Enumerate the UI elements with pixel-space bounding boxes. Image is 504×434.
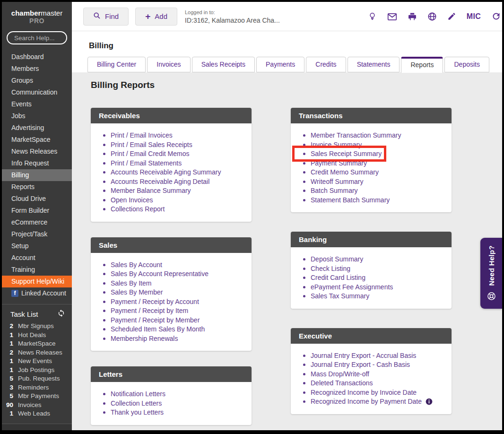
sidebar-item-news-releases[interactable]: News Releases (2, 146, 72, 157)
report-link-statement-batch-summary[interactable]: Statement Batch Summary (303, 196, 445, 205)
tab-invoices[interactable]: Invoices (147, 57, 190, 72)
report-link-member-transaction-summary[interactable]: Member Transaction Summary (303, 131, 445, 140)
tab-deposits[interactable]: Deposits (444, 57, 489, 72)
task-label: News Releases (18, 348, 62, 357)
task-item-marketspace[interactable]: 1MarketSpace (2, 339, 72, 348)
sidebar-item-setup[interactable]: Setup (2, 240, 72, 252)
report-link-credit-memo-summary[interactable]: Credit Memo Summary (303, 168, 445, 177)
sidebar-item-events[interactable]: Events (2, 98, 72, 110)
report-link-print-email-credit-memos[interactable]: Print / Email Credit Memos (103, 149, 245, 159)
report-link-payment-summary[interactable]: Payment Summary (303, 159, 445, 168)
sidebar-item-support-help-wiki[interactable]: Support Help/Wiki (2, 276, 72, 287)
report-link-journal-entry-export-cash-basis[interactable]: Journal Entry Export - Cash Basis (303, 360, 445, 370)
report-link-sales-by-account-representative[interactable]: Sales By Account Representative (103, 269, 245, 279)
sidebar-item-label: Events (11, 98, 32, 110)
need-help-tab[interactable]: Need Help? (480, 238, 502, 309)
report-link-invoice-summary[interactable]: Invoice Summary (303, 140, 445, 150)
report-link-journal-entry-export-accrual-basis[interactable]: Journal Entry Export - Accrual Basis (303, 351, 445, 361)
lightbulb-icon[interactable] (368, 11, 377, 21)
report-link-check-listing[interactable]: Check Listing (303, 264, 445, 274)
sidebar-item-project-task[interactable]: Project/Task (2, 228, 72, 240)
sync-icon[interactable] (57, 309, 65, 319)
report-link-epayment-fee-assignments[interactable]: ePayment Fee Assignments (303, 283, 445, 292)
report-link-deleted-transactions[interactable]: Deleted Transactions (303, 379, 445, 388)
task-item-pub-requests[interactable]: 5Pub. Requests (2, 374, 72, 383)
task-item-news-releases[interactable]: 2News Releases (2, 348, 72, 357)
task-item-invoices[interactable]: 90Invoices (2, 401, 72, 410)
sidebar-item-communication[interactable]: Communication (2, 87, 72, 98)
sidebar-item-reports[interactable]: Reports (2, 181, 72, 193)
task-item-job-postings[interactable]: 1Job Postings (2, 366, 72, 375)
report-panel-letters: LettersNotification LettersCollection Le… (91, 366, 252, 425)
sidebar-item-billing[interactable]: Billing (2, 169, 72, 181)
sidebar-item-jobs[interactable]: Jobs (2, 110, 72, 122)
mic-menu[interactable]: MIC (467, 12, 481, 21)
report-link-member-balance-summary[interactable]: Member Balance Summary (103, 186, 245, 196)
sidebar-item-account[interactable]: Account (2, 252, 72, 264)
printer-icon[interactable] (408, 12, 417, 21)
task-item-reminders[interactable]: 3Reminders (2, 383, 72, 392)
tab-sales-receipts[interactable]: Sales Receipts (192, 57, 255, 72)
report-link-collections-report[interactable]: Collections Report (103, 205, 245, 214)
report-link-sales-receipt-summary[interactable]: Sales Receipt Summary (303, 149, 445, 159)
sidebar-item-groups[interactable]: Groups (2, 75, 72, 87)
sidebar-item-dashboard[interactable]: Dashboard (2, 51, 72, 63)
report-link-batch-summary[interactable]: Batch Summary (303, 186, 445, 196)
tab-reports[interactable]: Reports (401, 57, 443, 73)
report-link-sales-by-account[interactable]: Sales By Account (103, 260, 245, 270)
tab-statements[interactable]: Statements (348, 57, 400, 72)
report-link-credit-card-listing[interactable]: Credit Card Listing (303, 273, 445, 283)
report-link-print-email-invoices[interactable]: Print / Email Invoices (103, 131, 245, 140)
sidebar-item-ecommerce[interactable]: eCommerce (2, 217, 72, 228)
report-link-mass-drop-write-off[interactable]: Mass Drop/Write-off (303, 370, 445, 379)
report-link-collection-letters[interactable]: Collection Letters (103, 399, 245, 408)
report-link-payment-receipt-by-item[interactable]: Payment / Receipt by Item (103, 306, 245, 316)
report-link-label: Sales By Member (111, 288, 163, 297)
task-item-mbr-payments[interactable]: 5Mbr Payments (2, 392, 72, 401)
sidebar-item-advertising[interactable]: Advertising (2, 122, 72, 134)
sidebar-item-info-request[interactable]: Info Request (2, 157, 72, 169)
task-list-section: Task List 2Mbr Signups1Hot Deals1MarketS… (2, 304, 72, 424)
report-link-open-invoices[interactable]: Open Invoices (103, 196, 245, 205)
report-link-membership-renewals[interactable]: Membership Renewals (103, 334, 245, 344)
globe-icon[interactable] (427, 12, 437, 21)
report-link-deposit-summary[interactable]: Deposit Summary (303, 255, 445, 264)
sidebar-item-cloud-drive[interactable]: Cloud Drive (2, 193, 72, 205)
info-icon[interactable] (426, 398, 433, 405)
reports-column-right: TransactionsMember Transaction SummaryIn… (291, 108, 452, 430)
report-link-sales-by-member[interactable]: Sales By Member (103, 288, 245, 297)
report-link-payment-receipt-by-member[interactable]: Payment / Receipt by Member (103, 316, 245, 325)
report-link-payment-receipt-by-account[interactable]: Payment / Receipt by Account (103, 297, 245, 307)
report-link-sales-by-item[interactable]: Sales By Item (103, 279, 245, 288)
task-item-new-events[interactable]: 1New Events (2, 357, 72, 366)
envelope-icon[interactable] (387, 12, 397, 21)
report-link-scheduled-item-sales-by-month[interactable]: Scheduled Item Sales By Month (103, 325, 245, 334)
find-button[interactable]: Find (83, 8, 129, 26)
add-button[interactable]: + Add (135, 8, 177, 26)
search-help-input[interactable] (7, 31, 67, 44)
tab-billing-center[interactable]: Billing Center (87, 57, 146, 72)
report-link-recognized-income-by-payment-date[interactable]: Recognized Income by Payment Date (303, 397, 445, 407)
report-link-print-email-statements[interactable]: Print / Email Statements (103, 159, 245, 168)
report-link-print-email-sales-receipts[interactable]: Print / Email Sales Receipts (103, 140, 245, 150)
tab-payments[interactable]: Payments (256, 57, 304, 72)
report-link-accounts-receivable-aging-detail[interactable]: Accounts Receivable Aging Detail (103, 177, 245, 187)
report-link-writeoff-summary[interactable]: Writeoff Summary (303, 177, 445, 187)
report-link-notification-letters[interactable]: Notification Letters (103, 390, 245, 399)
sidebar-item-form-builder[interactable]: Form Builder (2, 205, 72, 217)
report-link-thank-you-letters[interactable]: Thank you Letters (103, 408, 245, 417)
top-toolbar: Find + Add Logged in to: ID:3162, Kalama… (72, 2, 502, 31)
task-item-mbr-signups[interactable]: 2Mbr Signups (2, 322, 72, 331)
task-item-web-leads[interactable]: 1Web Leads (2, 409, 72, 418)
pencil-icon[interactable] (447, 12, 456, 21)
sidebar-item-linked-account[interactable]: fLinked Account (2, 287, 72, 299)
task-item-hot-deals[interactable]: 1Hot Deals (2, 331, 72, 340)
report-link-accounts-receivable-aging-summary[interactable]: Accounts Receivable Aging Summary (103, 168, 245, 177)
sidebar-item-training[interactable]: Training (2, 264, 72, 276)
report-link-sales-tax-summary[interactable]: Sales Tax Summary (303, 292, 445, 301)
sidebar-item-members[interactable]: Members (2, 63, 72, 75)
sidebar-item-marketspace[interactable]: MarketSpace (2, 134, 72, 146)
tab-credits[interactable]: Credits (306, 57, 346, 72)
refresh-icon[interactable] (491, 11, 501, 21)
report-link-recognized-income-by-invoice-date[interactable]: Recognized Income by Invoice Date (303, 388, 445, 398)
